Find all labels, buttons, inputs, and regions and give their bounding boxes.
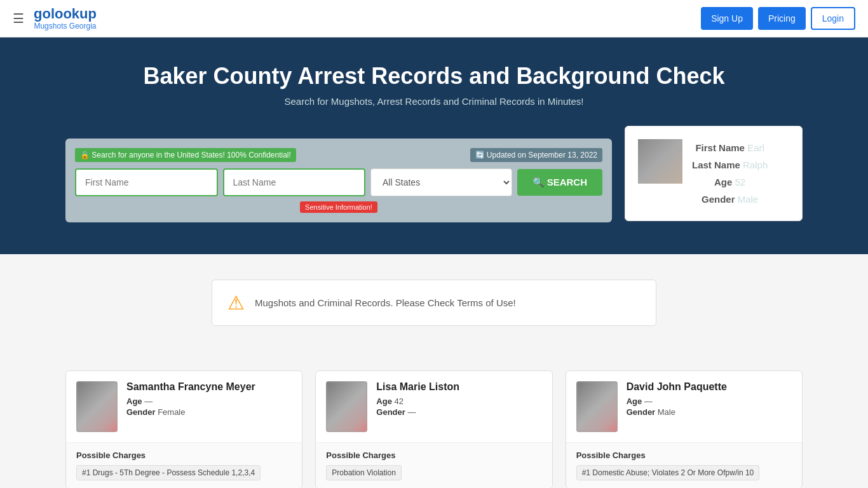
charge-tag: Probation Violation: [326, 465, 402, 480]
site-header: ☰ golookup Mugshots Georgia Sign Up Pric…: [0, 0, 868, 37]
signup-button[interactable]: Sign Up: [701, 7, 753, 30]
charges-label: Possible Charges: [576, 451, 792, 460]
record-info: Lisa Marie Liston Age 42 Gender —: [376, 381, 459, 418]
search-top-bar: 🔒 Search for anyone in the United States…: [75, 148, 602, 162]
login-button[interactable]: Login: [811, 7, 855, 30]
record-name: Lisa Marie Liston: [376, 381, 459, 393]
record-card[interactable]: Lisa Marie Liston Age 42 Gender — Possib…: [315, 370, 552, 488]
sensitive-badge: Sensitive Information!: [300, 201, 377, 213]
record-avatar: [76, 381, 118, 432]
search-container: 🔒 Search for anyone in the United States…: [65, 139, 612, 222]
record-info: David John Paquette Age — Gender Male: [627, 381, 727, 418]
logo-name: golookup: [34, 6, 97, 22]
profile-lastname: Last Name Ralph: [692, 156, 768, 173]
record-top: Samantha Francyne Meyer Age — Gender Fem…: [66, 371, 302, 442]
record-name: David John Paquette: [627, 381, 727, 393]
record-age: Age —: [126, 396, 255, 406]
logo-subtitle: Mugshots Georgia: [34, 22, 97, 30]
hero-subtitle: Search for Mugshots, Arrest Records and …: [13, 96, 855, 107]
logo[interactable]: golookup Mugshots Georgia: [34, 6, 97, 30]
search-button[interactable]: 🔍 SEARCH: [517, 169, 603, 196]
search-wrap: 🔒 Search for anyone in the United States…: [65, 126, 612, 222]
hero-section: Baker County Arrest Records and Backgrou…: [0, 37, 868, 254]
profile-card: First Name Earl Last Name Ralph Age 52 G…: [625, 126, 803, 221]
record-card[interactable]: David John Paquette Age — Gender Male Po…: [566, 370, 803, 488]
header-left: ☰ golookup Mugshots Georgia: [13, 6, 97, 30]
record-gender: Gender Male: [627, 407, 727, 417]
warning-text: Mugshots and Criminal Records. Please Ch…: [255, 297, 516, 308]
record-name: Samantha Francyne Meyer: [126, 381, 255, 393]
pricing-button[interactable]: Pricing: [758, 7, 806, 30]
page-title: Baker County Arrest Records and Backgrou…: [13, 63, 855, 90]
record-top: David John Paquette Age — Gender Male: [566, 371, 802, 442]
profile-gender: Gender Male: [692, 191, 768, 208]
profile-firstname: First Name Earl: [692, 139, 768, 156]
record-charges: Possible Charges #1 Domestic Abuse; Viol…: [566, 442, 802, 488]
record-card[interactable]: Samantha Francyne Meyer Age — Gender Fem…: [65, 370, 302, 488]
profile-avatar: [638, 139, 682, 184]
last-name-input[interactable]: [223, 168, 366, 196]
warning-banner: ⚠ Mugshots and Criminal Records. Please …: [212, 280, 656, 326]
record-avatar: [576, 381, 618, 432]
record-top: Lisa Marie Liston Age 42 Gender —: [316, 371, 552, 442]
records-grid: Samantha Francyne Meyer Age — Gender Fem…: [65, 370, 803, 488]
record-age: Age 42: [376, 396, 459, 406]
record-info: Samantha Francyne Meyer Age — Gender Fem…: [126, 381, 255, 418]
updated-label: 🔄 Updated on September 13, 2022: [470, 148, 602, 162]
charge-tag: #1 Drugs - 5Th Degree - Possess Schedule…: [76, 465, 261, 480]
header-nav: Sign Up Pricing Login: [701, 7, 855, 30]
search-inputs: All StatesAlabamaAlaskaArizonaArkansasCa…: [75, 168, 602, 196]
main-content: Samantha Francyne Meyer Age — Gender Fem…: [53, 370, 815, 488]
record-charges: Possible Charges Probation Violation: [316, 442, 552, 488]
menu-icon[interactable]: ☰: [13, 11, 24, 26]
charges-label: Possible Charges: [76, 451, 292, 460]
record-charges: Possible Charges #1 Drugs - 5Th Degree -…: [66, 442, 302, 488]
profile-age: Age 52: [692, 173, 768, 191]
state-select[interactable]: All StatesAlabamaAlaskaArizonaArkansasCa…: [370, 168, 512, 196]
warning-icon: ⚠: [227, 292, 245, 314]
first-name-input[interactable]: [75, 168, 218, 196]
record-gender: Gender —: [376, 407, 459, 417]
record-avatar: [326, 381, 367, 432]
logo-text: golookup: [34, 6, 97, 22]
charges-label: Possible Charges: [326, 451, 541, 460]
charge-tag: #1 Domestic Abuse; Violates 2 Or More Of…: [576, 465, 760, 480]
record-age: Age —: [627, 396, 727, 406]
record-gender: Gender Female: [126, 407, 255, 417]
confidential-label: 🔒 Search for anyone in the United States…: [75, 148, 296, 162]
profile-info: First Name Earl Last Name Ralph Age 52 G…: [692, 139, 768, 208]
